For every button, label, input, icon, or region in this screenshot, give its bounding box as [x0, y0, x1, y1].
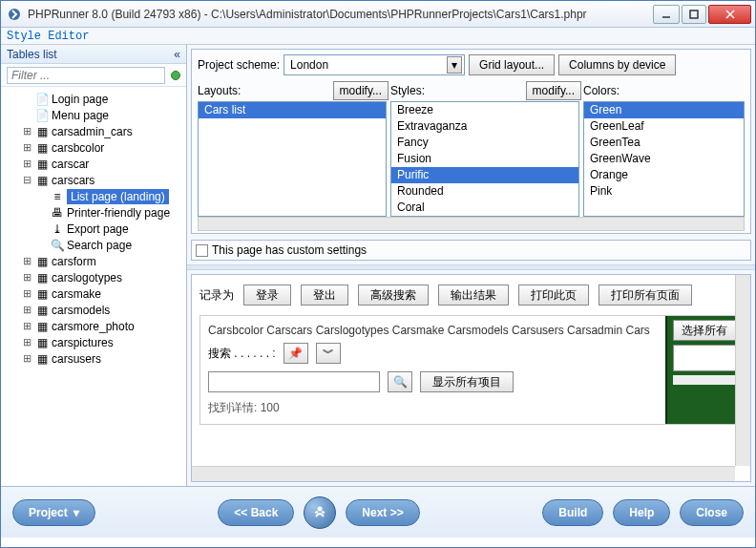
list-option[interactable]: Fancy — [391, 135, 578, 151]
svg-point-0 — [9, 9, 20, 20]
list-option[interactable]: Coral — [391, 200, 578, 216]
tree-item-label: carsmodels — [52, 304, 110, 317]
table-links[interactable]: Carsbcolor Carscars Carslogotypes Carsma… — [208, 324, 734, 337]
tree-item[interactable]: ≡List page (landing) — [3, 188, 184, 204]
tree-item[interactable]: 🔍Search page — [3, 237, 184, 253]
tree-twisty-icon[interactable]: ⊞ — [22, 255, 32, 267]
back-button[interactable]: << Back — [218, 499, 294, 526]
tree-item-label: carsbcolor — [52, 141, 104, 155]
print-page-button[interactable]: 打印此页 — [518, 285, 589, 306]
run-icon[interactable] — [304, 496, 336, 529]
tree-item-label: Export page — [67, 222, 129, 236]
custom-settings-checkbox[interactable] — [196, 244, 208, 257]
collapse-panel-icon[interactable]: « — [174, 48, 180, 61]
next-button[interactable]: Next >> — [346, 499, 419, 526]
layouts-list[interactable]: Cars list — [198, 101, 387, 217]
project-button[interactable]: Project▾ — [12, 499, 95, 526]
tree-item[interactable]: ⊟▦carscars — [3, 172, 184, 188]
project-scheme-select[interactable]: London ▾ — [284, 54, 465, 75]
scheme-hscrollbar[interactable] — [198, 217, 745, 231]
modify-layouts-button[interactable]: modify... — [333, 81, 388, 100]
search-icon[interactable]: 🔍 — [388, 371, 412, 392]
preview-pane: 记录为 登录 登出 高级搜索 输出结果 打印此页 打印所有页面 Carsbcol… — [191, 274, 751, 482]
filter-status-icon[interactable] — [171, 71, 180, 80]
tree-item[interactable]: ⊞▦carsusers — [3, 350, 184, 367]
tree-twisty-icon[interactable]: ⊞ — [22, 304, 32, 316]
tree-item-label: carsmake — [52, 287, 101, 301]
export-results-button[interactable]: 输出结果 — [438, 285, 509, 306]
tree-twisty-icon[interactable]: ⊞ — [22, 352, 32, 365]
print-all-button[interactable]: 打印所有页面 — [598, 285, 692, 306]
table-icon: ▦ — [34, 158, 50, 171]
tree-twisty-icon[interactable]: ⊞ — [22, 141, 32, 154]
list-option[interactable]: Fusion — [391, 151, 578, 167]
list-option[interactable]: Purific — [391, 167, 578, 183]
tree-twisty-icon[interactable]: ⊞ — [22, 287, 32, 300]
list-option[interactable]: GreenTea — [584, 135, 744, 151]
minimize-button[interactable] — [653, 5, 680, 24]
list-option[interactable]: Extravaganza — [391, 118, 578, 135]
show-all-button[interactable]: 显示所有项目 — [420, 371, 514, 392]
maximize-button[interactable] — [682, 5, 706, 24]
tree-item[interactable]: 📄Login page — [3, 91, 184, 107]
columns-by-device-button[interactable]: Columns by device — [558, 54, 676, 75]
tree-item[interactable]: ⊞▦carspictures — [3, 334, 184, 350]
tree-item[interactable]: ⊞▦carsadmin_cars — [3, 123, 184, 139]
tree-item[interactable]: ⊞▦carslogotypes — [3, 269, 184, 285]
preview-vscrollbar[interactable] — [735, 275, 750, 466]
tree-twisty-icon[interactable]: ⊞ — [22, 336, 32, 348]
filter-row — [1, 64, 186, 87]
close-button[interactable]: Close — [680, 499, 744, 526]
tree-item[interactable]: 🖶Printer-friendly page — [3, 204, 184, 221]
tree-twisty-icon[interactable]: ⊞ — [22, 320, 32, 332]
tree-item[interactable]: ⊞▦carsmore_photo — [3, 318, 184, 334]
preview-grid-side: 选择所有 — [665, 316, 742, 424]
list-option[interactable]: GreenWave — [584, 151, 744, 167]
expand-icon[interactable]: ︾ — [316, 343, 341, 364]
build-button[interactable]: Build — [542, 499, 603, 526]
preview-toolbar: 记录为 登录 登出 高级搜索 输出结果 打印此页 打印所有页面 — [200, 285, 743, 306]
logout-button[interactable]: 登出 — [301, 285, 348, 306]
search-panel: Carsbcolor Carscars Carslogotypes Carsma… — [200, 315, 743, 425]
styles-list[interactable]: BreezeExtravaganzaFancyFusionPurificRoun… — [390, 101, 579, 217]
preview-hscrollbar[interactable] — [192, 466, 735, 481]
pin-icon[interactable]: 📌 — [284, 343, 308, 364]
select-all-button[interactable]: 选择所有 — [673, 320, 736, 341]
tree-twisty-icon[interactable]: ⊞ — [22, 158, 32, 170]
list-option[interactable]: Green — [584, 102, 744, 118]
list-option[interactable]: Breeze — [391, 102, 578, 118]
search-input[interactable] — [208, 371, 380, 392]
tree-item[interactable]: ⊞▦carscar — [3, 156, 184, 172]
tree-item[interactable]: ⤓Export page — [3, 221, 184, 237]
table-icon: ▦ — [34, 174, 50, 187]
list-option[interactable]: Pink — [584, 183, 744, 200]
list-option[interactable]: GreenLeaf — [584, 118, 744, 135]
tree-item[interactable]: ⊞▦carsmodels — [3, 302, 184, 318]
svg-rect-2 — [690, 11, 698, 18]
help-button[interactable]: Help — [613, 499, 670, 526]
tree-twisty-icon[interactable]: ⊟ — [22, 174, 32, 186]
tree-item-label: carscar — [52, 158, 89, 171]
modify-styles-button[interactable]: modify... — [526, 81, 581, 100]
list-option[interactable]: Rounded — [391, 183, 578, 200]
colors-list[interactable]: GreenGreenLeafGreenTeaGreenWaveOrangePin… — [583, 101, 745, 217]
grid-layout-button[interactable]: Grid layout... — [469, 54, 555, 75]
filter-input[interactable] — [7, 67, 165, 84]
tree-item[interactable]: 📄Menu page — [3, 107, 184, 123]
tables-list-header: Tables list « — [1, 45, 186, 64]
tables-tree[interactable]: 📄Login page📄Menu page⊞▦carsadmin_cars⊞▦c… — [1, 87, 186, 486]
login-button[interactable]: 登录 — [243, 285, 291, 306]
list-option[interactable]: Orange — [584, 167, 744, 183]
chevron-down-icon: ▾ — [74, 506, 79, 519]
tree-item-label: Search page — [67, 239, 132, 252]
tree-twisty-icon[interactable]: ⊞ — [22, 125, 32, 137]
scheme-section: Project scheme: London ▾ Grid layout... … — [187, 45, 755, 236]
tree-twisty-icon[interactable]: ⊞ — [22, 271, 32, 284]
list-option[interactable]: Cars list — [199, 102, 386, 118]
close-window-button[interactable] — [708, 5, 751, 24]
tree-item[interactable]: ⊞▦carsbcolor — [3, 139, 184, 156]
tree-item[interactable]: ⊞▦carsmake — [3, 285, 184, 302]
advanced-search-button[interactable]: 高级搜索 — [358, 285, 429, 306]
tree-item[interactable]: ⊞▦carsform — [3, 253, 184, 269]
horizontal-splitter[interactable] — [187, 264, 755, 270]
